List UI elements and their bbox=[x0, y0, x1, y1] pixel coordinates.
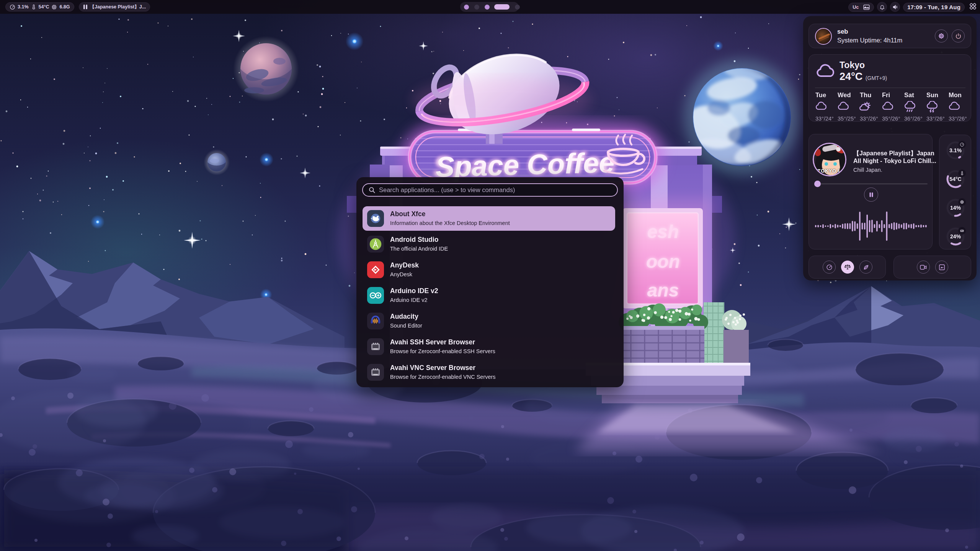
svg-text:14%: 14% bbox=[950, 205, 961, 211]
svg-text:54°C: 54°C bbox=[949, 176, 961, 182]
svg-text:24%: 24% bbox=[950, 233, 961, 240]
svg-text:3.1%: 3.1% bbox=[949, 147, 962, 153]
